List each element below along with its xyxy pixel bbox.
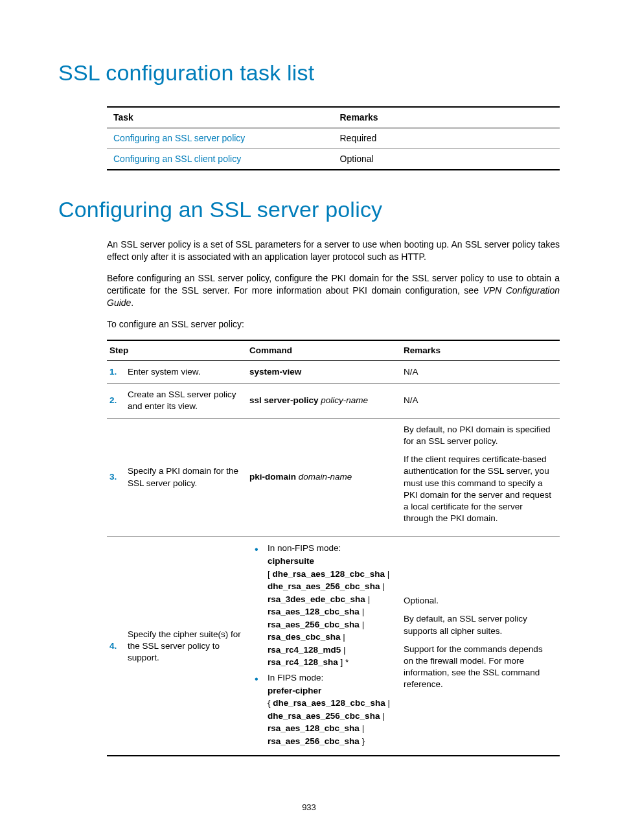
table-row: 1. Enter system view. system-view N/A — [107, 361, 560, 384]
text: [ — [268, 569, 273, 579]
command-text: rsa_rc4_128_sha — [268, 657, 338, 667]
step-remarks: N/A — [401, 361, 560, 384]
command-text: dhe_rsa_aes_256_cbc_sha — [268, 711, 380, 721]
text: | — [385, 698, 390, 708]
remarks-header: Remarks — [401, 340, 560, 361]
task-header: Task — [107, 107, 334, 128]
table-row: 4. Specify the cipher suite(s) for the S… — [107, 537, 560, 756]
cell-remarks: Optional — [334, 148, 560, 169]
step-number: 1. — [107, 361, 125, 384]
step-desc: Create an SSL server policy and enter it… — [125, 384, 247, 418]
step-number: 3. — [107, 418, 125, 537]
table-row: Configuring an SSL server policy Require… — [107, 128, 560, 148]
task-table: Task Remarks Configuring an SSL server p… — [107, 106, 560, 170]
command-text: pki-domain — [249, 472, 296, 482]
link-ssl-client-policy[interactable]: Configuring an SSL client policy — [113, 154, 241, 164]
command-text: rsa_aes_256_cbc_sha — [268, 620, 360, 629]
step-desc: Specify the cipher suite(s) for the SSL … — [125, 537, 247, 756]
command-text: dhe_rsa_aes_128_cbc_sha — [273, 698, 385, 708]
text: In FIPS mode: — [268, 673, 323, 682]
step-command: ssl server-policy policy-name — [247, 384, 401, 418]
text: | — [380, 581, 384, 591]
text: | — [341, 632, 345, 642]
remarks-line: By default, an SSL server policy support… — [404, 613, 555, 636]
steps-table: Step Command Remarks 1. Enter system vie… — [107, 340, 560, 757]
step-command: pki-domain domain-name — [247, 418, 401, 537]
bullet-item: In non-FIPS mode: ciphersuite [ dhe_rsa_… — [249, 542, 396, 669]
remarks-line: Optional. — [404, 595, 555, 607]
command-text: prefer-cipher — [268, 686, 321, 695]
text: | — [385, 569, 389, 579]
step-remarks: Optional. By default, an SSL server poli… — [401, 537, 560, 756]
command-text: ssl server-policy — [249, 395, 319, 405]
step-header: Step — [107, 340, 247, 361]
step-remarks: By default, no PKI domain is specified f… — [401, 418, 560, 537]
step-remarks: N/A — [401, 384, 560, 418]
remarks-line: By default, no PKI domain is specified f… — [404, 424, 555, 447]
cell-remarks: Required — [334, 128, 560, 148]
command-text: rsa_des_cbc_sha — [268, 632, 341, 642]
remarks-line: If the client requires certificate-based… — [404, 454, 555, 524]
step-command: system-view — [247, 361, 401, 384]
remarks-line: Support for the commands depends on the … — [404, 644, 555, 691]
step-desc: Enter system view. — [125, 361, 247, 384]
paragraph: Before configuring an SSL server policy,… — [107, 272, 560, 309]
command-text: rsa_aes_128_cbc_sha — [268, 607, 360, 616]
step-desc: Specify a PKI domain for the SSL server … — [125, 418, 247, 537]
paragraph: To configure an SSL server policy: — [107, 318, 560, 331]
text: | — [341, 645, 345, 655]
command-text: rsa_aes_128_cbc_sha — [268, 723, 360, 733]
text: } — [360, 736, 365, 746]
text: | — [365, 594, 370, 604]
command-text: dhe_rsa_aes_128_cbc_sha — [273, 569, 385, 579]
text: | — [360, 620, 364, 629]
text: | — [360, 723, 364, 733]
command-arg: policy-name — [319, 395, 369, 405]
table-row: 3. Specify a PKI domain for the SSL serv… — [107, 418, 560, 537]
command-text: system-view — [249, 367, 301, 377]
step-number: 4. — [107, 537, 125, 756]
text: | — [360, 607, 364, 616]
link-ssl-server-policy[interactable]: Configuring an SSL server policy — [113, 133, 245, 143]
bullet-item: In FIPS mode: prefer-cipher { dhe_rsa_ae… — [249, 671, 396, 747]
heading-task-list: SSL configuration task list — [58, 58, 560, 88]
command-arg: domain-name — [296, 472, 352, 482]
table-row: 2. Create an SSL server policy and enter… — [107, 384, 560, 418]
remarks-header: Remarks — [334, 107, 560, 128]
text: . — [131, 298, 133, 308]
command-text: rsa_3des_ede_cbc_sha — [268, 594, 365, 604]
command-text: rsa_rc4_128_md5 — [268, 645, 341, 655]
command-text: dhe_rsa_aes_256_cbc_sha — [268, 581, 380, 591]
text: In non-FIPS mode: — [268, 543, 341, 553]
page-number: 933 — [58, 802, 560, 813]
command-header: Command — [247, 340, 401, 361]
command-text: ciphersuite — [268, 556, 314, 566]
table-row: Configuring an SSL client policy Optiona… — [107, 148, 560, 169]
text: | — [380, 711, 384, 721]
command-text: rsa_aes_256_cbc_sha — [268, 736, 360, 746]
heading-ssl-server-policy: Configuring an SSL server policy — [58, 195, 560, 225]
step-command: In non-FIPS mode: ciphersuite [ dhe_rsa_… — [247, 537, 401, 756]
paragraph: An SSL server policy is a set of SSL par… — [107, 239, 560, 263]
text: ] * — [338, 657, 349, 667]
step-number: 2. — [107, 384, 125, 418]
